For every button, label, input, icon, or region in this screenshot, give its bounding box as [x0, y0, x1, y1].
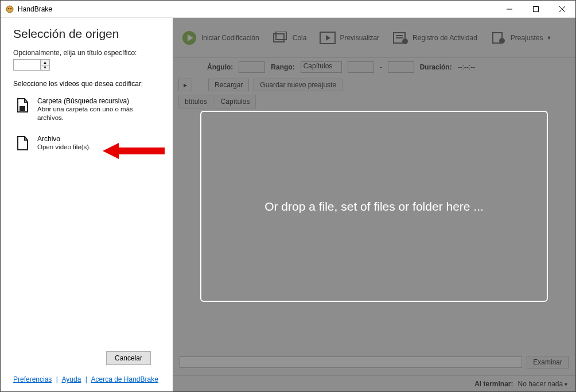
- svg-point-1: [8, 8, 9, 9]
- when-done-label: Al terminar:: [474, 380, 513, 388]
- range-start-select[interactable]: [348, 61, 374, 73]
- activity-log-button[interactable]: Registro de Actividad: [388, 28, 481, 48]
- source-option-folder[interactable]: Carpeta (Búsqueda recursiva) Abrir una c…: [13, 94, 162, 126]
- svg-point-2: [10, 8, 11, 9]
- start-encode-button[interactable]: Iniciar Codificación: [177, 28, 263, 48]
- minimize-button[interactable]: [496, 1, 523, 18]
- play-icon: [181, 30, 198, 45]
- maximize-button[interactable]: [523, 1, 549, 18]
- help-link[interactable]: Ayuda: [62, 375, 81, 383]
- queue-button[interactable]: Cola: [268, 28, 310, 48]
- reload-preset-button[interactable]: Recargar: [208, 79, 249, 91]
- queue-icon: [272, 30, 289, 45]
- folder-icon: [15, 97, 30, 114]
- folder-option-subtitle: Abrir una carpeta con uno o más archivos…: [37, 105, 160, 122]
- chevron-down-icon: ▼: [547, 35, 552, 41]
- app-icon: [5, 5, 14, 14]
- svg-rect-4: [534, 7, 539, 12]
- svg-marker-14: [326, 35, 330, 41]
- panel-heading: Selección de origen: [13, 27, 162, 41]
- spinner-up-icon[interactable]: ▲: [41, 60, 49, 65]
- range-end-select[interactable]: [388, 61, 414, 73]
- preferences-link[interactable]: Preferencias: [13, 375, 52, 383]
- svg-rect-7: [20, 106, 25, 111]
- svg-rect-11: [274, 34, 284, 42]
- about-link[interactable]: Acerca de HandBrake: [91, 375, 158, 383]
- presets-label: Preajustes: [511, 34, 543, 42]
- source-selection-panel: Selección de origen Opcionalmente, elija…: [1, 18, 173, 391]
- svg-point-18: [402, 38, 408, 44]
- select-videos-label: Seleccione los videos que desea codifica…: [13, 80, 162, 88]
- spinner-down-icon[interactable]: ▼: [41, 65, 49, 71]
- preview-icon: [319, 30, 336, 45]
- window-controls: [496, 1, 575, 17]
- destination-field[interactable]: [180, 356, 522, 368]
- duration-label: Duración:: [420, 63, 452, 71]
- status-bar: Al terminar: No hacer nada: [173, 375, 575, 391]
- drop-zone-message: Or drop a file, set of files or folder h…: [264, 200, 484, 214]
- presets-icon: [490, 30, 507, 45]
- source-option-file[interactable]: Archivo Open video file(s).: [13, 131, 162, 156]
- activity-label: Registro de Actividad: [412, 34, 477, 42]
- file-icon: [15, 135, 30, 152]
- presets-button[interactable]: Preajustes ▼: [487, 28, 555, 48]
- svg-rect-12: [276, 32, 286, 40]
- destination-row: Examinar: [173, 354, 575, 371]
- save-new-preset-button[interactable]: Guardar nuevo preajuste: [254, 79, 343, 91]
- file-option-subtitle: Open video file(s).: [37, 143, 91, 152]
- tab-chapters[interactable]: Capítulos: [215, 95, 256, 108]
- preview-label: Previsualizar: [340, 34, 379, 42]
- range-label: Rango:: [271, 63, 294, 71]
- angle-label: Ángulo:: [207, 63, 233, 71]
- queue-label: Cola: [293, 34, 307, 42]
- when-done-dropdown[interactable]: No hacer nada: [517, 380, 567, 388]
- main-app-area: Iniciar Codificación Cola Previsualizar: [173, 18, 575, 391]
- duration-value: --:--:--: [458, 63, 476, 71]
- start-encode-label: Iniciar Codificación: [201, 34, 259, 42]
- footer-links: Preferencias | Ayuda | Acerca de HandBra…: [13, 375, 158, 383]
- folder-option-title: Carpeta (Búsqueda recursiva): [37, 97, 160, 105]
- close-button[interactable]: [549, 1, 575, 18]
- titlebar: HandBrake: [1, 1, 575, 18]
- title-number-spinner[interactable]: ▲ ▼: [13, 59, 162, 71]
- specific-title-label: Opcionalmente, elija un título específic…: [13, 49, 162, 57]
- range-type-select[interactable]: Capítulos: [301, 61, 342, 73]
- window-title: HandBrake: [18, 5, 52, 13]
- title-number-input[interactable]: [13, 59, 41, 71]
- preview-button[interactable]: Previsualizar: [316, 28, 383, 48]
- main-toolbar: Iniciar Codificación Cola Previsualizar: [173, 18, 575, 58]
- svg-point-20: [499, 38, 505, 44]
- cancel-button[interactable]: Cancelar: [106, 351, 151, 365]
- browse-button[interactable]: Examinar: [527, 356, 569, 368]
- preset-control-row: ▸ Recargar Guardar nuevo preajuste: [173, 76, 575, 94]
- settings-tabs: btítulos Capítulos: [173, 94, 575, 108]
- title-settings-row: Ángulo: Rango: Capítulos - Duración: --:…: [173, 58, 575, 76]
- angle-select[interactable]: [239, 61, 265, 73]
- file-option-title: Archivo: [37, 135, 91, 143]
- range-dash: -: [380, 63, 382, 71]
- file-drop-zone[interactable]: Or drop a file, set of files or folder h…: [200, 111, 548, 302]
- activity-icon: [392, 30, 409, 45]
- svg-point-0: [6, 6, 13, 13]
- tab-subtitles[interactable]: btítulos: [178, 95, 213, 108]
- preset-next-button[interactable]: ▸: [178, 79, 192, 91]
